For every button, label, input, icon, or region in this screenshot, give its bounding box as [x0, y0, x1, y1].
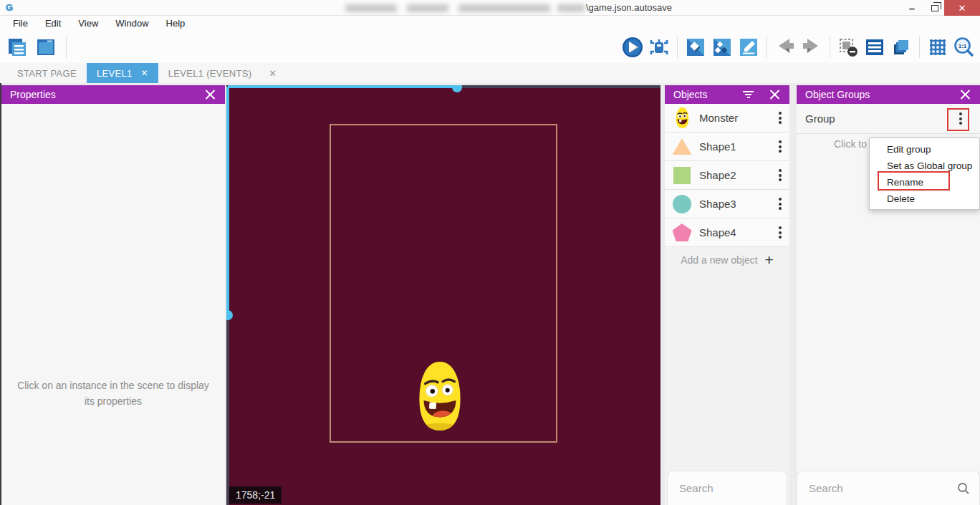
triangle-thumbnail	[673, 138, 692, 155]
object-menu-icon[interactable]	[771, 166, 789, 184]
properties-header: Properties	[1, 85, 225, 104]
toolbar-separator	[830, 37, 830, 58]
tab-start-page[interactable]: START PAGE	[7, 63, 87, 83]
zoom-1-1-icon[interactable]: 1:1	[953, 36, 976, 59]
project-manager-icon[interactable]	[6, 36, 29, 59]
menu-file[interactable]: File	[6, 16, 35, 32]
group-row[interactable]: Group	[797, 104, 980, 134]
toolbar-separator	[677, 37, 678, 58]
editor-tab-bar: START PAGE LEVEL1 ✕ LEVEL1 (EVENTS) ✕	[0, 63, 980, 83]
gdevelop-window: Ǥ \game.json.autosave – ✕ File Edit View…	[0, 0, 980, 505]
title-blur-segment	[458, 4, 550, 12]
objects-search	[667, 471, 787, 505]
object-row-shape4[interactable]: Shape4	[665, 218, 789, 247]
close-window-button[interactable]: ✕	[944, 0, 980, 16]
restore-button[interactable]	[924, 0, 946, 16]
menu-rename[interactable]: Rename	[870, 174, 979, 191]
filter-icon[interactable]	[743, 91, 754, 98]
properties-panel: Properties Click on an instance in the s…	[1, 85, 225, 505]
window-title: \game.json.autosave	[586, 2, 672, 13]
toolbar: 1:1	[0, 32, 980, 63]
object-menu-icon[interactable]	[771, 109, 789, 127]
object-name: Shape1	[699, 140, 771, 153]
group-name: Group	[805, 112, 951, 125]
add-new-object-button[interactable]: Add a new object +	[665, 247, 789, 273]
monster-thumbnail	[665, 107, 699, 129]
restore-icon	[931, 5, 938, 11]
toolbar-separator	[767, 37, 767, 58]
title-blur-segment	[407, 4, 448, 12]
edit-scene-icon[interactable]	[737, 36, 760, 59]
start-page-icon[interactable]	[34, 36, 57, 59]
scene-canvas[interactable]: 1758;-21	[226, 85, 660, 505]
vertical-scrollbar-track[interactable]	[226, 315, 229, 505]
object-name: Monster	[699, 112, 771, 124]
horizontal-scrollbar-thumb[interactable]	[228, 85, 457, 88]
menu-view[interactable]: View	[71, 16, 105, 32]
tab-level1-events[interactable]: LEVEL1 (EVENTS)	[158, 63, 262, 83]
vertical-scrollbar-handle[interactable]	[226, 310, 233, 320]
menu-edit[interactable]: Edit	[38, 16, 68, 32]
object-row-shape2[interactable]: Shape2	[665, 161, 789, 190]
circle-thumbnail	[673, 195, 691, 213]
title-blur-segment	[345, 4, 397, 12]
undo-icon[interactable]	[774, 36, 797, 59]
tab-level1-events-close-icon[interactable]: ✕	[261, 63, 284, 83]
menu-bar: File Edit View Window Help	[0, 16, 980, 32]
pentagon-thumbnail	[673, 223, 692, 241]
title-blur-segment	[557, 4, 585, 12]
horizontal-scrollbar-track[interactable]	[457, 85, 660, 88]
groups-search	[797, 471, 980, 505]
objects-panel: Objects Monster	[665, 85, 789, 505]
plus-icon: +	[765, 253, 774, 267]
svg-text:1:1: 1:1	[959, 43, 967, 49]
gdevelop-logo-icon: Ǥ	[6, 2, 17, 14]
object-menu-icon[interactable]	[771, 195, 789, 213]
object-name: Shape4	[699, 226, 771, 239]
group-menu-icon[interactable]	[951, 110, 970, 128]
groups-search-input[interactable]	[809, 482, 956, 494]
vertical-scrollbar-thumb[interactable]	[226, 87, 229, 315]
objects-header: Objects	[665, 85, 789, 104]
object-groups-title: Object Groups	[805, 89, 960, 100]
title-bar: Ǥ \game.json.autosave – ✕	[0, 0, 980, 16]
properties-hint: Click on an instance in the scene to dis…	[11, 377, 215, 410]
new-object-icon[interactable]	[684, 36, 707, 59]
add-instances-icon[interactable]	[711, 36, 734, 59]
object-menu-icon[interactable]	[771, 138, 789, 155]
object-row-monster[interactable]: Monster	[665, 104, 789, 133]
object-menu-icon[interactable]	[771, 223, 789, 241]
add-group-hint: Click to	[797, 138, 867, 150]
menu-help[interactable]: Help	[159, 16, 193, 32]
objects-close-icon[interactable]	[769, 89, 781, 100]
object-name: Shape2	[699, 169, 771, 181]
minimize-button[interactable]: –	[901, 0, 923, 16]
object-name: Shape3	[699, 198, 771, 210]
properties-close-icon[interactable]	[205, 89, 216, 100]
play-icon[interactable]	[621, 36, 644, 59]
redo-icon[interactable]	[800, 36, 823, 59]
grid-icon[interactable]	[926, 36, 949, 59]
group-context-menu: Edit group Set as Global group Rename De…	[869, 138, 980, 210]
instances-list-icon[interactable]	[863, 36, 886, 59]
tab-level1[interactable]: LEVEL1 ✕	[87, 63, 158, 83]
object-row-shape3[interactable]: Shape3	[665, 190, 789, 218]
menu-set-global-group[interactable]: Set as Global group	[870, 158, 979, 174]
properties-title: Properties	[10, 89, 205, 100]
object-groups-close-icon[interactable]	[960, 89, 971, 100]
horizontal-scrollbar-handle[interactable]	[452, 85, 462, 92]
cursor-coordinates: 1758;-21	[229, 486, 282, 504]
objects-title: Objects	[673, 89, 743, 100]
menu-delete[interactable]: Delete	[870, 191, 979, 207]
search-icon	[956, 481, 971, 496]
menu-edit-group[interactable]: Edit group	[870, 141, 979, 158]
debug-icon[interactable]	[648, 36, 671, 59]
layers-icon[interactable]	[890, 36, 913, 59]
monster-instance[interactable]	[414, 360, 466, 433]
menu-window[interactable]: Window	[108, 16, 155, 32]
tab-level1-close-icon[interactable]: ✕	[140, 68, 148, 78]
toolbar-separator	[66, 37, 67, 58]
object-row-shape1[interactable]: Shape1	[665, 133, 789, 161]
toolbar-separator	[919, 37, 920, 58]
delete-selection-icon[interactable]	[837, 36, 860, 59]
